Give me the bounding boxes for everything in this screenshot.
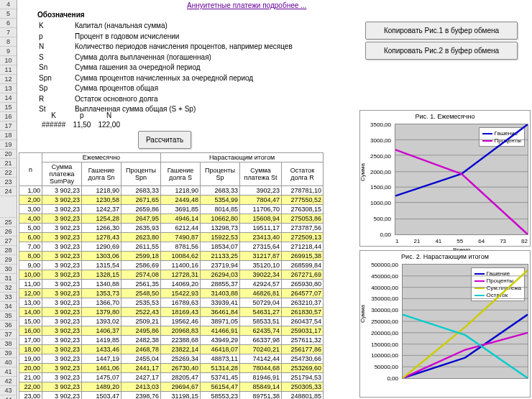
data-table: nЕжемесячноНарастающим итогомСумма плате… [19, 152, 324, 399]
inputs-table: K p N ###### 11,50 122,00 [37, 110, 124, 130]
input-header-n: N [95, 111, 123, 119]
definitions-table: KКапитал (начальная сумма)pПроцент в год… [37, 20, 294, 116]
section-heading: Обозначения [37, 11, 85, 19]
input-header-p: p [70, 111, 93, 119]
copy-chart2-button[interactable]: Копировать Рис.2 в буфер обмена [365, 42, 518, 60]
copy-chart1-button[interactable]: Копировать Рис.1 в буфер обмена [365, 22, 518, 40]
chart-1: Рис. 1. Ежемесячно 0,00500,001000,001500… [359, 110, 531, 247]
chart1-ylabel: Сумма [359, 162, 366, 180]
annuity-link[interactable]: Аннуитетные платежи подробнее ... [187, 1, 306, 9]
input-header-k: K [39, 111, 68, 119]
input-value-k[interactable]: ###### [39, 121, 68, 129]
input-value-n[interactable]: 122,00 [95, 121, 123, 129]
row-headers: 4567891011121314151617181920212223242526… [0, 0, 17, 399]
chart2-ylabel: Сумма [359, 305, 366, 323]
chart1-plot: 0,00500,001000,001500,002000,002500,0030… [395, 124, 528, 235]
calculate-button[interactable]: Рассчитать [138, 131, 191, 149]
chart2-plot: 0,0050000,00100000,00150000,00200000,002… [402, 264, 528, 379]
input-value-p[interactable]: 11,50 [70, 121, 93, 129]
chart-2: Рис. 2. Нарастающим итогом 0,0050000,001… [359, 250, 531, 398]
